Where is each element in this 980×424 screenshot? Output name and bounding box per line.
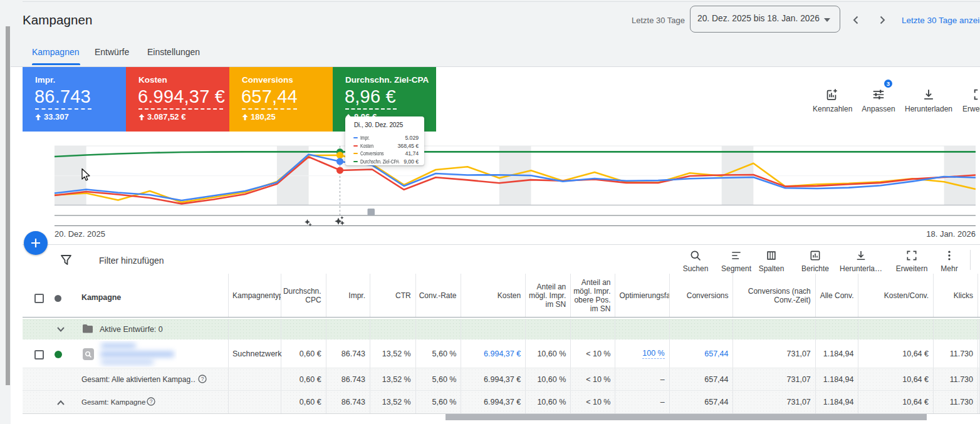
svg-text:?: ? bbox=[150, 398, 153, 405]
svg-text:?: ? bbox=[201, 376, 204, 382]
